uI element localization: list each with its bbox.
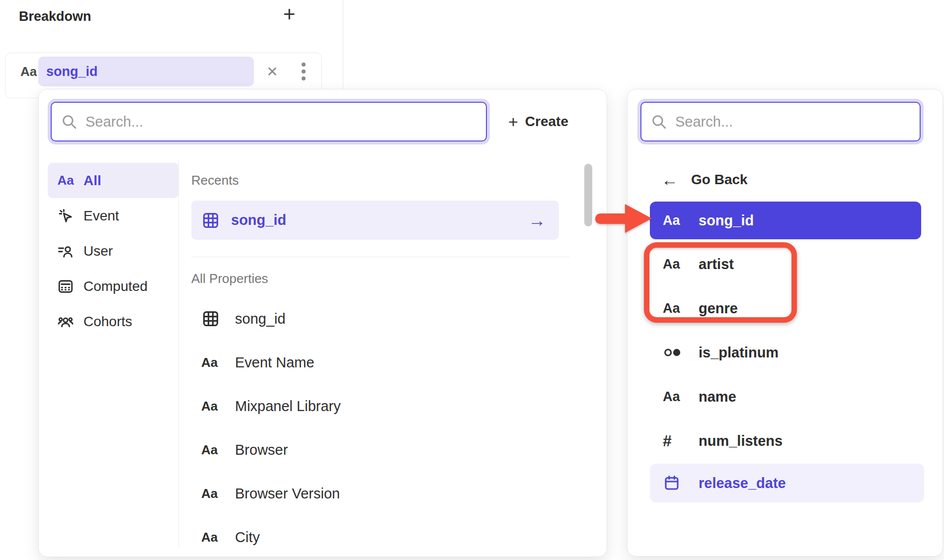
text-property-icon: Aa — [56, 173, 76, 188]
text-property-icon: Aa — [663, 213, 685, 228]
drill-in-arrow-icon: → — [528, 211, 546, 229]
number-icon: # — [663, 432, 685, 450]
section-divider — [191, 257, 570, 257]
cohorts-icon — [56, 313, 76, 331]
text-property-icon: Aa — [663, 257, 685, 272]
property-type-icon: Aa — [20, 53, 37, 90]
mixpanel-breakdown-screen: Breakdown + Aa song_id ✕ — [0, 0, 944, 560]
search-input[interactable] — [85, 114, 383, 130]
text-property-icon: Aa — [201, 486, 223, 501]
grid-table-icon — [201, 309, 223, 328]
search-input[interactable] — [675, 114, 864, 130]
property-picker-panel: + Create Aa All Event — [38, 89, 607, 557]
text-property-icon: Aa — [201, 355, 223, 370]
event-cursor-icon — [56, 207, 76, 225]
back-arrow-icon: ← — [661, 171, 678, 188]
property-row-browser[interactable]: Aa Browser — [191, 428, 559, 472]
calendar-icon — [663, 474, 685, 492]
property-row-mixpanel-library[interactable]: Aa Mixpanel Library — [191, 384, 559, 428]
kebab-menu-icon[interactable] — [294, 53, 314, 90]
all-properties-header: All Properties — [191, 271, 268, 286]
property-row-event-name[interactable]: Aa Event Name — [191, 341, 559, 384]
sidebar-item-user[interactable]: User — [48, 233, 179, 269]
text-property-icon: Aa — [663, 389, 685, 405]
text-property-icon: Aa — [201, 399, 223, 414]
search-field-wrapper — [637, 99, 924, 144]
text-property-icon: Aa — [201, 530, 223, 545]
drilldown-item-is-platinum[interactable]: is_platinum — [650, 338, 859, 367]
drilldown-item-name[interactable]: Aa name — [650, 382, 859, 412]
text-property-icon: Aa — [201, 442, 223, 458]
boolean-icon — [663, 347, 685, 358]
property-drilldown-panel: ← Go Back Aa song_id Aa artist Aa genre … — [627, 89, 943, 557]
create-button[interactable]: + Create — [508, 105, 568, 138]
sidebar-divider — [178, 159, 179, 547]
property-row-song-id[interactable]: song_id — [191, 297, 559, 341]
drilldown-item-release-date[interactable]: release_date — [650, 464, 924, 502]
property-row-browser-version[interactable]: Aa Browser Version — [191, 472, 559, 515]
sidebar-item-computed[interactable]: Computed — [48, 269, 179, 304]
user-icon — [56, 242, 76, 260]
grid-table-icon — [201, 211, 220, 230]
breakdown-property-label: song_id — [46, 64, 98, 79]
drilldown-item-artist[interactable]: Aa artist — [650, 249, 859, 279]
property-list: song_id Aa Event Name Aa Mixpanel Librar… — [191, 297, 559, 559]
breakdown-property-chip[interactable]: song_id — [38, 57, 254, 86]
sidebar-item-event[interactable]: Event — [48, 198, 179, 233]
search-icon — [61, 113, 78, 130]
sidebar-item-all[interactable]: Aa All — [48, 163, 179, 198]
computed-icon — [56, 278, 76, 295]
page-title: Breakdown — [19, 9, 91, 24]
plus-icon: + — [508, 113, 518, 130]
recents-header: Recents — [191, 173, 238, 188]
drilldown-item-genre[interactable]: Aa genre — [650, 293, 859, 323]
search-field-wrapper — [48, 99, 490, 144]
panel-divider — [343, 0, 343, 89]
scrollbar-thumb[interactable] — [584, 164, 592, 226]
go-back-button[interactable]: ← Go Back — [652, 167, 801, 193]
drilldown-item-song-id[interactable]: Aa song_id — [650, 202, 921, 239]
text-property-icon: Aa — [663, 301, 685, 316]
sidebar-item-cohorts[interactable]: Cohorts — [48, 304, 179, 339]
search-icon — [650, 113, 667, 130]
remove-breakdown-button[interactable]: ✕ — [260, 53, 285, 90]
category-sidebar: Aa All Event Use — [48, 163, 179, 339]
add-breakdown-button[interactable]: + — [283, 4, 296, 25]
property-row-city[interactable]: Aa City — [191, 515, 559, 559]
drilldown-item-num-listens[interactable]: # num_listens — [650, 426, 859, 456]
recent-property-song-id[interactable]: song_id → — [191, 201, 559, 240]
